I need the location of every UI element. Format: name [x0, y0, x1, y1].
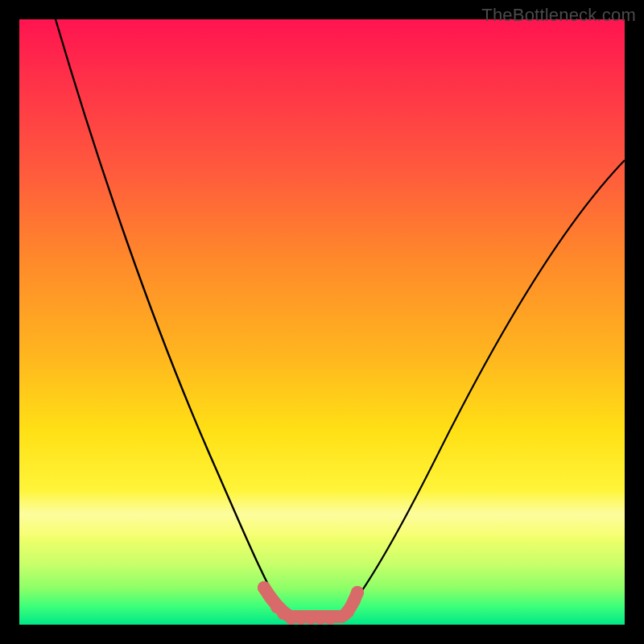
svg-point-12 — [351, 586, 364, 599]
watermark-text: TheBottleneck.com — [481, 5, 636, 26]
svg-point-10 — [341, 605, 354, 618]
curve-right — [341, 160, 625, 618]
bottleneck-curve — [19, 19, 625, 625]
curve-left — [56, 19, 287, 618]
chart-frame — [19, 19, 625, 625]
